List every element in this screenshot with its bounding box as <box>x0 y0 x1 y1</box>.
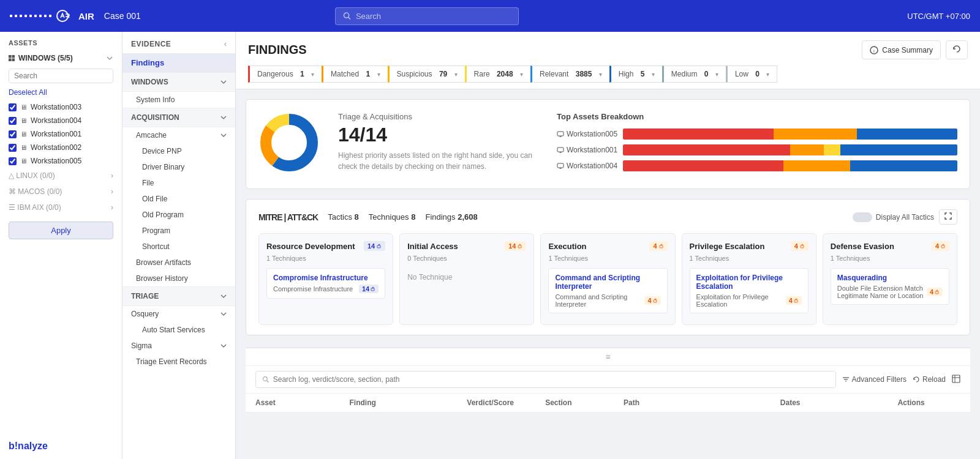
tactic-title: Resource Development <box>266 242 355 251</box>
auto-start-services-nav[interactable]: Auto Start Services <box>123 322 235 338</box>
old-file-nav[interactable]: Old File <box>123 191 235 207</box>
technique-item[interactable]: Masquerading Double File Extension Match… <box>831 268 949 305</box>
linux-group[interactable]: △ LINUX (0/0) › <box>0 168 122 184</box>
workstation-checkbox[interactable] <box>9 144 17 152</box>
apply-button[interactable]: Apply <box>9 222 113 239</box>
amcache-nav[interactable]: Amcache <box>123 127 235 143</box>
case-summary-button[interactable]: i Case Summary <box>862 40 941 59</box>
techniques-count: 1 Techniques <box>266 255 385 262</box>
workstation-checkbox[interactable] <box>9 103 17 111</box>
filter-chip-dangerous[interactable]: Dangerous 1 ▾ <box>248 65 322 83</box>
deselect-all-button[interactable]: Deselect All <box>0 87 122 100</box>
collapse-icon[interactable]: ‹ <box>224 39 227 48</box>
technique-name[interactable]: Masquerading <box>837 274 943 282</box>
program-nav[interactable]: Program <box>123 223 235 239</box>
asset-bar-row[interactable]: Workstation001 <box>557 144 957 155</box>
evidence-findings-nav[interactable]: Findings <box>123 53 235 72</box>
windows-group[interactable]: WINDOWS (5/5) <box>0 50 122 66</box>
divider-handle[interactable]: ≡ <box>246 348 970 366</box>
triage-event-records-nav[interactable]: Triage Event Records <box>123 354 235 370</box>
info-icon: i <box>870 46 878 54</box>
link-icon <box>653 298 658 303</box>
tactic-header: Execution 4 <box>548 241 667 251</box>
filter-chip-low[interactable]: Low 0 ▾ <box>726 65 777 83</box>
filter-chip-medium[interactable]: Medium 0 ▾ <box>662 65 726 83</box>
filter-chip-suspicious[interactable]: Suspicious 79 ▾ <box>388 65 465 83</box>
technique-item[interactable]: Compromise Infrastructure Compromise Inf… <box>266 268 385 299</box>
technique-item[interactable]: Exploitation for Privilege Escalation Ex… <box>690 268 809 313</box>
filter-count: 3885 <box>576 70 592 78</box>
technique-name[interactable]: Compromise Infrastructure <box>273 274 379 282</box>
table-header-path[interactable]: Path <box>624 398 780 407</box>
search-input[interactable] <box>356 12 511 21</box>
display-all-toggle[interactable]: Display All Tactics <box>853 212 934 222</box>
ibmaix-group[interactable]: ☰ IBM AIX (0/0) › <box>0 200 122 215</box>
filter-count: 5 <box>641 70 645 78</box>
shortcut-nav[interactable]: Shortcut <box>123 239 235 255</box>
asset-item[interactable]: 🖥 Workstation003 <box>0 100 122 114</box>
expand-button[interactable] <box>939 209 957 225</box>
filter-chip-matched[interactable]: Matched 1 ▾ <box>322 65 387 83</box>
osquery-nav[interactable]: Osquery <box>123 306 235 322</box>
tactic-column: Defense Evasion 4 1 Techniques Masquerad… <box>823 233 957 325</box>
advanced-filters-button[interactable]: Advanced Filters <box>842 375 907 384</box>
tactic-badge: 14 <box>364 241 385 251</box>
asset-item[interactable]: 🖥 Workstation001 <box>0 127 122 141</box>
filter-chip-high[interactable]: High 5 ▾ <box>609 65 662 83</box>
log-search-input[interactable] <box>273 375 829 384</box>
system-info-nav[interactable]: System Info <box>123 92 235 108</box>
macos-group[interactable]: ⌘ MACOS (0/0) › <box>0 184 122 200</box>
browser-history-nav[interactable]: Browser History <box>123 271 235 286</box>
device-pnp-nav[interactable]: Device PNP <box>123 143 235 159</box>
table-view-icon[interactable] <box>952 375 960 385</box>
filter-label: Dangerous <box>257 70 293 78</box>
technique-badge: 4 <box>927 288 943 296</box>
workstation-checkbox[interactable] <box>9 130 17 138</box>
global-search[interactable] <box>335 7 519 25</box>
table-header-dates[interactable]: Dates <box>780 398 898 407</box>
workstation-checkbox[interactable] <box>9 117 17 125</box>
asset-bar-row[interactable]: Workstation004 <box>557 160 957 171</box>
no-technique: No Technique <box>407 268 526 286</box>
asset-item[interactable]: 🖥 Workstation004 <box>0 114 122 127</box>
asset-bar-row[interactable]: Workstation005 <box>557 129 957 140</box>
chevron-down-icon <box>221 293 227 299</box>
findings-stat: Findings 2,608 <box>425 212 477 222</box>
asset-search-input[interactable] <box>9 69 113 83</box>
browser-artifacts-nav[interactable]: Browser Artifacts <box>123 255 235 271</box>
driver-binary-nav[interactable]: Driver Binary <box>123 159 235 175</box>
triage-label: TRIAGE <box>131 292 159 300</box>
acquisition-group[interactable]: ACQUISITION <box>123 108 235 127</box>
table-header-section[interactable]: Section <box>545 398 624 407</box>
computer-icon: 🖥 <box>20 157 27 165</box>
evidence-windows-group[interactable]: WINDOWS <box>123 72 235 92</box>
techniques-count: 1 Techniques <box>548 255 667 262</box>
svg-rect-16 <box>557 147 564 152</box>
technique-name[interactable]: Command and Scripting Interpreter <box>555 274 660 291</box>
table-header-asset[interactable]: Asset <box>255 398 349 407</box>
svg-rect-27 <box>801 245 804 248</box>
toggle-switch[interactable] <box>853 212 872 222</box>
technique-name[interactable]: Exploitation for Privilege Escalation <box>696 274 802 291</box>
reload-button[interactable]: Reload <box>913 375 946 384</box>
sigma-nav[interactable]: Sigma <box>123 338 235 354</box>
link-icon <box>800 244 805 248</box>
refresh-button[interactable] <box>946 40 968 59</box>
technique-badge: 14 <box>359 285 379 293</box>
table-header-verdict-score[interactable]: Verdict/Score <box>467 398 545 407</box>
monitor-icon <box>557 147 564 153</box>
table-header-actions[interactable]: Actions <box>898 398 960 407</box>
old-program-nav[interactable]: Old Program <box>123 207 235 223</box>
asset-item[interactable]: 🖥 Workstation002 <box>0 141 122 154</box>
advanced-filters-label: Advanced Filters <box>852 375 907 384</box>
log-search-container[interactable] <box>255 371 836 388</box>
filter-chip-rare[interactable]: Rare 2048 ▾ <box>465 65 530 83</box>
triage-card: Triage & Acquisitions 14/14 Highest prio… <box>246 99 970 189</box>
technique-item[interactable]: Command and Scripting Interpreter Comman… <box>548 268 667 313</box>
filter-chip-relevant[interactable]: Relevant 3885 ▾ <box>530 65 609 83</box>
workstation-checkbox[interactable] <box>9 157 17 165</box>
asset-item[interactable]: 🖥 Workstation005 <box>0 154 122 168</box>
table-header-finding[interactable]: Finding <box>349 398 467 407</box>
file-nav[interactable]: File <box>123 175 235 191</box>
triage-group[interactable]: TRIAGE <box>123 286 235 306</box>
